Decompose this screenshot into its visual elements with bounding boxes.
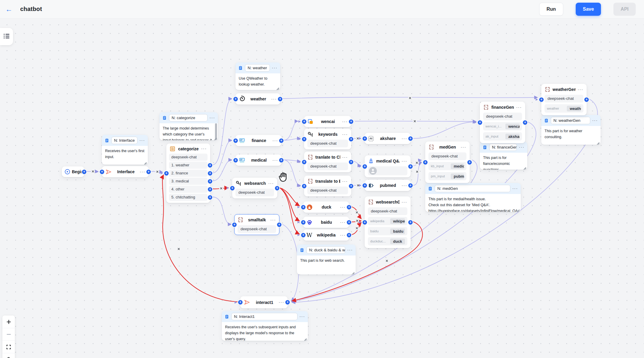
more-icon[interactable] — [210, 116, 215, 120]
category-row[interactable]: 4. other — [169, 186, 208, 193]
resize-handle[interactable] — [276, 86, 279, 89]
output-handle[interactable] — [584, 97, 589, 102]
more-icon[interactable] — [270, 218, 276, 222]
input-handle[interactable] — [301, 220, 306, 225]
input-handle[interactable] — [164, 171, 169, 176]
more-icon[interactable] — [342, 119, 348, 124]
node-categorize[interactable]: categorize deepseek-chat 1. weather 2. f… — [166, 143, 210, 203]
resize-handle[interactable] — [351, 270, 355, 273]
note-weathergen[interactable]: N: weatherGen This part is for weather c… — [541, 115, 601, 145]
model-row[interactable]: deepseek-chat — [307, 163, 348, 170]
node-finance[interactable]: finance — [235, 135, 281, 146]
param-row[interactable]: baidu baidu — [368, 227, 407, 235]
node-interact1[interactable]: interact1 — [240, 296, 288, 308]
more-icon[interactable] — [300, 314, 305, 319]
output-handle[interactable] — [467, 160, 472, 165]
node-baidu[interactable]: baidu — [303, 217, 349, 228]
node-translate-to-chinese[interactable]: tranlate to Chine... deepseek-chat — [304, 152, 351, 172]
output-handle[interactable] — [278, 97, 282, 101]
model-row[interactable]: deepseek-chat — [483, 113, 522, 120]
note-interface[interactable]: N: Interface Receives the user's first i… — [102, 135, 148, 165]
more-icon[interactable] — [461, 145, 466, 149]
output-handle-weather[interactable] — [208, 163, 212, 168]
param-value[interactable]: akshare — [505, 134, 520, 139]
note-body[interactable]: This part is for fiance/economic questio… — [480, 153, 527, 170]
param-row[interactable]: pm_input pubmed — [428, 172, 466, 180]
input-handle[interactable] — [230, 186, 235, 190]
node-translate-to-english[interactable]: translate to Engl... deepseek-chat — [304, 176, 351, 196]
resize-handle[interactable] — [516, 207, 520, 211]
input-handle[interactable] — [363, 183, 367, 188]
node-list-toggle[interactable] — [0, 28, 13, 45]
input-handle[interactable] — [539, 97, 544, 102]
output-handle-other[interactable] — [208, 187, 212, 192]
output-handle[interactable] — [277, 223, 281, 227]
output-handle[interactable] — [279, 138, 284, 143]
output-handle[interactable] — [349, 137, 353, 141]
node-medical[interactable]: medical — [235, 154, 281, 166]
note-body[interactable]: The large model determines which categor… — [159, 123, 218, 140]
param-value[interactable]: duck — [390, 239, 405, 244]
note-body[interactable]: This part is for medial/health issue. Ch… — [425, 194, 521, 212]
resize-handle[interactable] — [213, 136, 217, 139]
category-row[interactable]: 1. weather — [169, 162, 208, 169]
input-handle[interactable] — [302, 119, 306, 124]
more-icon[interactable] — [340, 233, 346, 237]
input-handle[interactable] — [363, 220, 367, 225]
model-row[interactable]: deepseek-chat — [235, 189, 274, 196]
output-handle[interactable] — [82, 170, 86, 174]
output-handle[interactable] — [349, 184, 353, 188]
output-handle-finance[interactable] — [208, 171, 212, 176]
more-icon[interactable] — [578, 87, 583, 92]
note-title-input[interactable]: N: Interact1 — [231, 313, 298, 320]
input-handle[interactable] — [100, 170, 104, 174]
note-body[interactable]: This part is for weather consulting. — [541, 126, 601, 142]
param-row[interactable]: kb_input medical Q&A — [428, 162, 466, 170]
param-value[interactable]: baidu — [390, 228, 405, 234]
node-pubmed[interactable]: pubmed — [365, 180, 411, 191]
model-row[interactable]: deepseek-chat — [545, 95, 583, 102]
output-handle[interactable] — [523, 120, 527, 125]
note-title-input[interactable]: N: duck & baidu & wikipedia — [306, 246, 345, 254]
node-begin[interactable]: Begin — [62, 166, 84, 177]
more-icon[interactable] — [342, 155, 348, 160]
node-akshare[interactable]: akshare — [365, 133, 411, 144]
note-title-input[interactable]: N: financeGen — [489, 143, 517, 151]
more-icon[interactable] — [402, 200, 407, 204]
more-icon[interactable] — [519, 145, 525, 149]
output-handle[interactable] — [146, 170, 151, 174]
input-handle[interactable] — [302, 184, 306, 188]
more-icon[interactable] — [402, 136, 407, 141]
node-weather[interactable]: weather — [235, 93, 280, 105]
param-value[interactable]: pubmed — [451, 174, 464, 179]
more-icon[interactable] — [340, 205, 346, 209]
run-button[interactable]: Run — [539, 3, 563, 16]
more-icon[interactable] — [342, 132, 348, 137]
more-icon[interactable] — [140, 138, 145, 143]
note-title-input[interactable]: N: categorize — [169, 114, 208, 122]
node-wencai[interactable]: wencai — [304, 116, 351, 127]
output-handle[interactable] — [349, 160, 353, 164]
resize-handle[interactable] — [523, 165, 526, 168]
output-handle[interactable] — [408, 220, 413, 225]
note-title-input[interactable]: N: medGen — [435, 185, 510, 192]
input-handle[interactable] — [478, 120, 482, 125]
node-websearch[interactable]: websearch deepseek-chat — [232, 178, 277, 198]
output-handle[interactable] — [347, 205, 351, 209]
output-handle[interactable] — [275, 186, 279, 190]
model-row[interactable]: deepseek-chat — [368, 207, 407, 215]
node-keywords[interactable]: keywords deepseek-chat — [304, 129, 351, 149]
model-row[interactable]: deepseek-chat — [169, 154, 208, 161]
zoom-out-button[interactable] — [2, 328, 15, 340]
input-handle[interactable] — [423, 160, 428, 165]
note-body[interactable]: Use QWeather to lookup weather. — [235, 73, 280, 89]
input-handle[interactable] — [302, 160, 306, 164]
note-title-input[interactable]: N: weatherGen — [551, 117, 590, 124]
more-icon[interactable] — [268, 181, 274, 186]
input-handle[interactable] — [238, 300, 243, 305]
category-row[interactable]: 2. finance — [169, 170, 208, 177]
output-handle-medical[interactable] — [208, 179, 212, 184]
more-icon[interactable] — [201, 146, 207, 151]
back-button[interactable]: ← — [3, 3, 15, 15]
node-financegen[interactable]: financeGen deepseek-chat wencai_i... wen… — [480, 102, 525, 143]
